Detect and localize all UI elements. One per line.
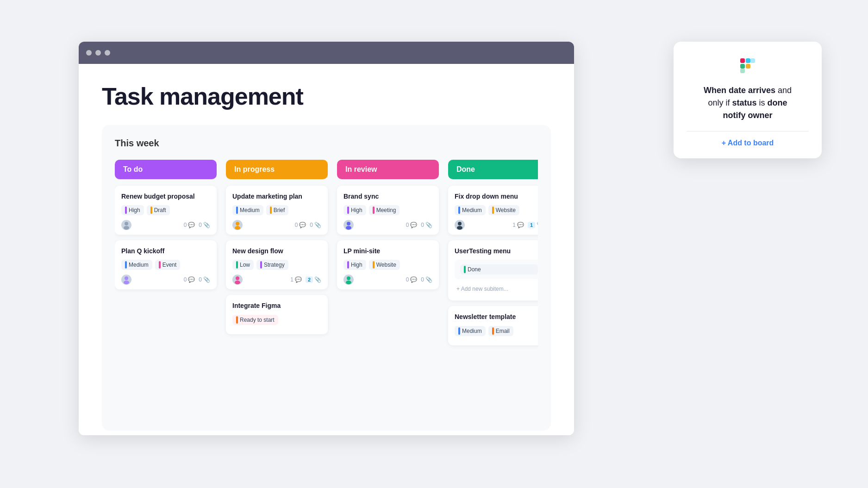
card-plan-q: Plan Q kickoff Medium Event xyxy=(115,240,217,289)
card-tags: Medium Event xyxy=(121,260,210,270)
column-header-inprogress: In progress xyxy=(226,160,328,179)
card-newsletter: Newsletter template Medium Email xyxy=(448,306,538,345)
card-footer: 0 💬 0 📎 xyxy=(121,220,210,230)
meta-comments: 1 💬 xyxy=(512,222,524,228)
browser-dot-3 xyxy=(105,50,110,56)
page-wrapper: Task management This week To do Renew bu… xyxy=(0,0,868,488)
card-new-design: New design flow Low Strategy xyxy=(226,240,328,289)
card-tags: High Draft xyxy=(121,205,210,215)
tag-high: High xyxy=(343,205,366,215)
avatar xyxy=(343,220,354,230)
avatar xyxy=(232,220,243,230)
avatar xyxy=(455,220,465,230)
card-title: Fix drop down menu xyxy=(455,192,538,200)
tag-done: Done xyxy=(460,264,538,275)
column-todo: To do Renew budget proposal High xyxy=(115,160,217,351)
svg-rect-17 xyxy=(746,64,750,69)
card-footer: 0 💬 0 📎 xyxy=(343,220,432,230)
meta-comments: 1 💬 xyxy=(290,276,302,283)
tag-low: Low xyxy=(232,260,254,270)
tag-website: Website xyxy=(369,260,400,270)
add-to-board-button[interactable]: + Add to board xyxy=(687,139,809,147)
column-header-todo: To do xyxy=(115,160,217,179)
slack-logo-icon xyxy=(737,55,759,77)
tag-dot xyxy=(464,266,466,273)
card-title: Brand sync xyxy=(343,192,432,200)
card-renew-budget: Renew budget proposal High Draft xyxy=(115,186,217,235)
svg-point-1 xyxy=(124,226,129,230)
tag-dot xyxy=(150,206,152,214)
svg-point-10 xyxy=(347,276,350,280)
svg-point-3 xyxy=(124,281,129,284)
tag-dot xyxy=(125,206,127,214)
card-title: Integrate Figma xyxy=(232,301,321,310)
column-done: Done Fix drop down menu Medium xyxy=(448,160,538,351)
card-footer: 0 💬 0 📎 xyxy=(232,220,321,230)
browser-dot-2 xyxy=(95,50,101,56)
svg-point-2 xyxy=(125,276,128,280)
browser-dot-1 xyxy=(86,50,92,56)
browser-titlebar xyxy=(79,42,574,64)
card-tags: High Meeting xyxy=(343,205,432,215)
card-meta: 0 💬 0 📎 xyxy=(295,222,321,228)
meta-attachments: 0 📎 xyxy=(199,276,210,283)
tag-dot xyxy=(347,261,349,269)
card-tags: Low Strategy xyxy=(232,260,321,270)
tag-dot xyxy=(270,206,272,214)
tag-dot xyxy=(492,206,494,214)
svg-rect-19 xyxy=(740,69,745,73)
meta-attachments: 1 📎 xyxy=(528,222,538,228)
subitem: Done xyxy=(455,260,538,279)
meta-attachments: 0 📎 xyxy=(310,222,321,228)
tag-dot xyxy=(125,261,127,269)
svg-point-9 xyxy=(346,226,351,230)
popup-divider xyxy=(687,131,809,131)
card-title: Newsletter template xyxy=(455,313,538,321)
card-title: New design flow xyxy=(232,247,321,255)
tag-email: Email xyxy=(488,326,513,336)
card-tags: Medium Email xyxy=(455,326,538,336)
avatar xyxy=(121,220,131,230)
tag-ready: Ready to start xyxy=(232,315,278,325)
add-subitem-button[interactable]: + Add new subitem... xyxy=(455,282,538,296)
slack-popup-text: When date arrives and only if status is … xyxy=(687,84,809,122)
tag-medium: Medium xyxy=(455,205,486,215)
card-footer: 1 💬 1 📎 xyxy=(455,220,538,230)
card-usertesting: UserTesting menu Done + Add new subitem.… xyxy=(448,240,538,300)
card-meta: 0 💬 0 📎 xyxy=(406,222,432,228)
tag-dot xyxy=(492,327,494,335)
column-header-inreview: In review xyxy=(337,160,439,179)
card-meta: 0 💬 0 📎 xyxy=(184,276,210,283)
tag-dot xyxy=(236,261,238,269)
browser-content: Task management This week To do Renew bu… xyxy=(79,64,574,435)
card-meta: 1 💬 1 📎 xyxy=(512,222,538,228)
columns-wrapper: To do Renew budget proposal High xyxy=(115,160,538,351)
meta-attachments: 2 📎 xyxy=(306,276,321,283)
tag-dot xyxy=(159,261,161,269)
card-footer: 0 💬 0 📎 xyxy=(343,275,432,285)
tag-high: High xyxy=(343,260,366,270)
avatar xyxy=(121,275,131,285)
card-update-marketing: Update marketing plan Medium Brief xyxy=(226,186,328,235)
tag-brief: Brief xyxy=(266,205,289,215)
meta-attachments: 0 📎 xyxy=(199,222,210,228)
card-title: Plan Q kickoff xyxy=(121,247,210,255)
svg-point-13 xyxy=(457,226,462,230)
slack-logo xyxy=(687,55,809,77)
svg-rect-14 xyxy=(740,58,745,63)
card-integrate-figma: Integrate Figma Ready to start xyxy=(226,295,328,334)
tag-website: Website xyxy=(488,205,519,215)
meta-attachments: 0 📎 xyxy=(421,276,432,283)
tag-meeting: Meeting xyxy=(369,205,400,215)
meta-comments: 0 💬 xyxy=(184,276,195,283)
card-tags: Medium Brief xyxy=(232,205,321,215)
column-inprogress: In progress Update marketing plan Medium xyxy=(226,160,328,351)
svg-rect-15 xyxy=(746,58,750,63)
svg-point-6 xyxy=(236,276,239,280)
card-tags: High Website xyxy=(343,260,432,270)
card-tags: Ready to start xyxy=(232,315,321,325)
tag-high: High xyxy=(121,205,144,215)
svg-point-0 xyxy=(125,222,128,225)
tag-dot xyxy=(347,206,349,214)
tag-dot xyxy=(458,327,460,335)
